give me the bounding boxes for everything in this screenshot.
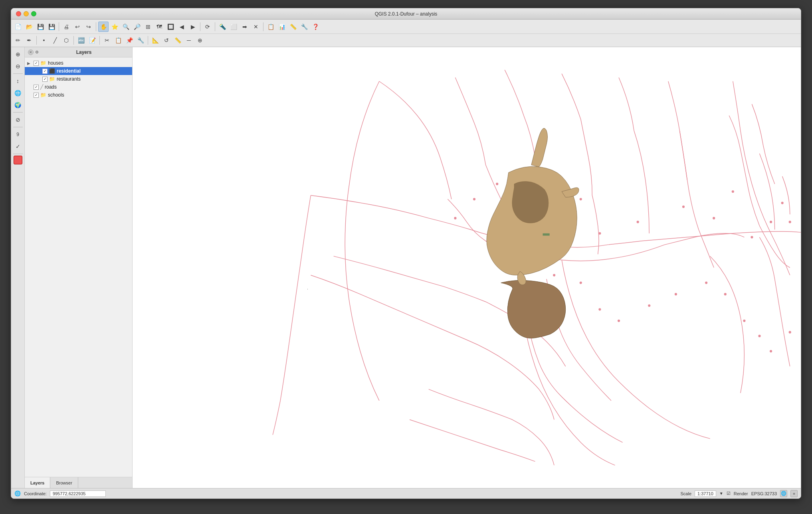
sep8 xyxy=(99,36,100,45)
sep2 xyxy=(96,22,96,31)
refresh-icon[interactable]: ⟳ xyxy=(202,22,213,32)
new-project-icon[interactable]: 📄 xyxy=(13,22,23,32)
minimize-button[interactable] xyxy=(24,11,29,16)
zoom-next-icon[interactable]: ▶ xyxy=(188,22,198,32)
select-rect-icon[interactable]: ⬜ xyxy=(228,22,239,32)
deselect-icon[interactable]: ✕ xyxy=(251,22,261,32)
folder-icon-restaurants: 📁 xyxy=(49,76,55,82)
toolbar-area: 📄 📂 💾 💾 🖨 ↩ ↪ ✋ ⭐ 🔍 🔎 ⊞ 🗺 🔲 ◀ ▶ ⟳ 🔦 ⬜ ➡ … xyxy=(11,20,801,47)
zoom-to-extent-btn[interactable]: 🌐 xyxy=(780,490,787,497)
label-roads: roads xyxy=(45,84,130,90)
left-tool-cancel[interactable]: ⊘ xyxy=(12,114,24,125)
layer-item-restaurants[interactable]: 📁 restaurants xyxy=(25,75,132,83)
scale-dropdown-icon[interactable]: ▼ xyxy=(719,491,723,496)
left-toolbar: ⊕ ⊖ ↕ 🌐 🌍 ⊘ 9 ✓ xyxy=(11,47,25,488)
cut-icon[interactable]: ✂ xyxy=(102,35,112,45)
help-icon[interactable]: ❓ xyxy=(310,22,321,32)
zoom-out-icon[interactable]: 🔎 xyxy=(132,22,142,32)
scale-icon[interactable]: 📏 xyxy=(172,35,183,45)
zoom-full-icon[interactable]: ⊞ xyxy=(143,22,153,32)
zoom-in-icon[interactable]: 🔍 xyxy=(121,22,131,32)
globe-status-icon: 🌐 xyxy=(14,490,21,496)
zoom-layer-icon[interactable]: 🔲 xyxy=(165,22,176,32)
sep9 xyxy=(148,36,148,45)
checkbox-restaurants[interactable] xyxy=(42,77,48,82)
print-icon[interactable]: 🖨 xyxy=(61,22,71,32)
sep6 xyxy=(36,36,37,45)
label-schools: schools xyxy=(48,92,130,98)
edit-icon[interactable]: ✏ xyxy=(13,35,23,45)
label-houses: houses xyxy=(48,60,130,66)
zoom-selection-icon[interactable]: 🗺 xyxy=(154,22,164,32)
identify-icon[interactable]: 🔦 xyxy=(217,22,228,32)
panel-settings-icon[interactable]: ⚙ xyxy=(35,50,39,54)
epsg-label: EPSG:32733 xyxy=(751,491,777,496)
draw-polygon-icon[interactable]: ⬡ xyxy=(61,35,71,45)
undo-icon[interactable]: ↩ xyxy=(72,22,83,32)
zoom-last-icon[interactable]: ◀ xyxy=(176,22,187,32)
stats-icon[interactable]: 📊 xyxy=(277,22,287,32)
svg-point-9 xyxy=(683,206,685,208)
open-table-icon[interactable]: 📋 xyxy=(265,22,276,32)
pan-tool-icon[interactable]: ✋ xyxy=(98,22,109,32)
left-tool-9[interactable]: 9 xyxy=(12,129,24,140)
render-checkbox[interactable]: ☑ xyxy=(727,491,731,496)
sidebar-tabs: Layers Browser xyxy=(25,477,132,488)
label-icon[interactable]: 🔤 xyxy=(76,35,86,45)
left-tool-2[interactable]: ⊖ xyxy=(12,61,24,72)
merge-icon[interactable]: ⊕ xyxy=(195,35,205,45)
redo-icon[interactable]: ↪ xyxy=(83,22,94,32)
label-residential: residential xyxy=(57,68,130,74)
svg-point-24 xyxy=(675,293,677,295)
draw-line-icon[interactable]: ╱ xyxy=(50,35,60,45)
checkbox-houses[interactable] xyxy=(34,61,39,66)
svg-point-6 xyxy=(580,198,582,200)
split-icon[interactable]: ─ xyxy=(184,35,194,45)
svg-point-29 xyxy=(770,350,772,352)
layer-item-houses[interactable]: ▶ 📁 houses xyxy=(25,59,132,67)
layer-item-schools[interactable]: 📁 schools xyxy=(25,91,132,99)
left-tool-globe[interactable]: 🌐 xyxy=(12,87,24,99)
open-project-icon[interactable]: 📂 xyxy=(24,22,34,32)
statusbar-right: Scale 1:37710 ▼ ☑ Render EPSG:32733 🌐 + xyxy=(681,490,798,497)
left-tool-globe2[interactable]: 🌍 xyxy=(12,99,24,111)
edit2-icon[interactable]: ✒ xyxy=(24,35,34,45)
svg-rect-0 xyxy=(143,47,790,488)
checkbox-residential[interactable] xyxy=(42,69,48,74)
save-project-icon[interactable]: 💾 xyxy=(35,22,46,32)
snap-icon[interactable]: 🔧 xyxy=(135,35,146,45)
annotation-icon[interactable]: 📝 xyxy=(87,35,97,45)
rotate-icon[interactable]: ↺ xyxy=(161,35,172,45)
maximize-button[interactable] xyxy=(31,11,36,16)
left-tool-check[interactable]: ✓ xyxy=(12,141,24,152)
layer-item-roads[interactable]: ╱ roads xyxy=(25,83,132,91)
move-icon[interactable]: 📐 xyxy=(150,35,160,45)
add-extent-btn[interactable]: + xyxy=(790,490,798,497)
statusbar: 🌐 Coordinate: 995772,6222935 Scale 1:377… xyxy=(11,488,801,498)
tab-browser[interactable]: Browser xyxy=(50,477,78,488)
layer-item-residential[interactable]: ⬛ residential xyxy=(25,67,132,75)
map-canvas[interactable]: · xyxy=(133,47,801,488)
lt-sep2 xyxy=(13,112,23,113)
expand-icon-houses[interactable]: ▶ xyxy=(27,61,32,65)
left-tool-square[interactable] xyxy=(14,156,22,164)
plugins-icon[interactable]: 🔧 xyxy=(299,22,309,32)
checkbox-schools[interactable] xyxy=(34,93,39,98)
checkbox-roads[interactable] xyxy=(34,85,39,90)
paste-icon[interactable]: 📌 xyxy=(124,35,135,45)
star-icon[interactable]: ⭐ xyxy=(109,22,120,32)
measure-icon[interactable]: 📏 xyxy=(288,22,298,32)
lt-sep3 xyxy=(13,127,23,127)
sep5 xyxy=(263,22,263,31)
copy-icon[interactable]: 📋 xyxy=(113,35,123,45)
save-as-icon[interactable]: 💾 xyxy=(46,22,57,32)
left-tool-1[interactable]: ⊕ xyxy=(12,49,24,60)
left-tool-3[interactable]: ↕ xyxy=(12,75,24,87)
tab-layers[interactable]: Layers xyxy=(25,477,50,488)
select-icon[interactable]: ➡ xyxy=(240,22,250,32)
svg-point-1 xyxy=(454,217,456,219)
close-button[interactable] xyxy=(16,11,21,16)
draw-point-icon[interactable]: • xyxy=(39,35,49,45)
panel-close-btn[interactable]: ✕ xyxy=(28,49,34,55)
svg-point-10 xyxy=(713,217,715,219)
